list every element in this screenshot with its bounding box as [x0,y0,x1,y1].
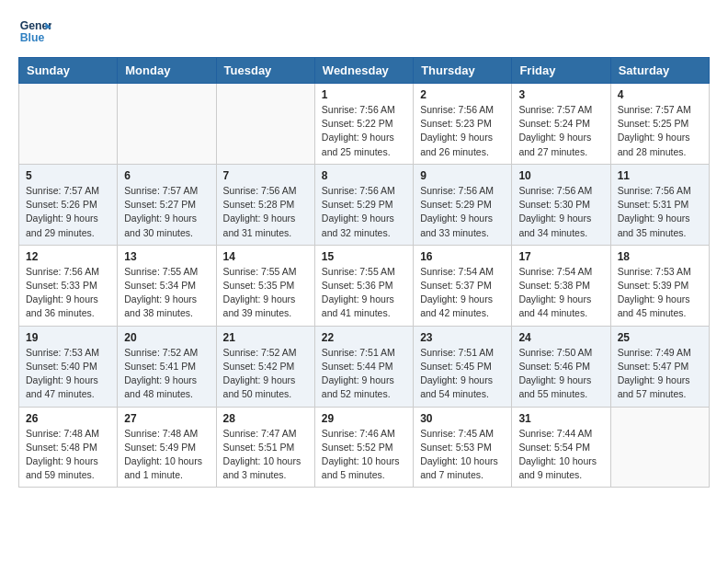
calendar-cell: 8Sunrise: 7:56 AM Sunset: 5:29 PM Daylig… [314,164,413,245]
calendar-cell: 25Sunrise: 7:49 AM Sunset: 5:47 PM Dayli… [610,326,709,407]
day-info: Sunrise: 7:53 AM Sunset: 5:40 PM Dayligh… [26,346,110,402]
calendar-week-row: 5Sunrise: 7:57 AM Sunset: 5:26 PM Daylig… [19,164,710,245]
calendar-week-row: 12Sunrise: 7:56 AM Sunset: 5:33 PM Dayli… [19,245,710,326]
day-number: 3 [518,88,603,101]
day-number: 11 [618,169,702,182]
day-info: Sunrise: 7:56 AM Sunset: 5:28 PM Dayligh… [223,184,308,240]
day-number: 26 [26,412,110,425]
day-info: Sunrise: 7:56 AM Sunset: 5:29 PM Dayligh… [420,184,505,240]
calendar-cell: 17Sunrise: 7:54 AM Sunset: 5:38 PM Dayli… [512,245,610,326]
calendar-header-row: SundayMondayTuesdayWednesdayThursdayFrid… [19,58,710,84]
calendar-cell: 6Sunrise: 7:57 AM Sunset: 5:27 PM Daylig… [118,164,216,245]
calendar-cell: 11Sunrise: 7:56 AM Sunset: 5:31 PM Dayli… [610,164,709,245]
calendar-cell: 18Sunrise: 7:53 AM Sunset: 5:39 PM Dayli… [610,245,709,326]
calendar-cell: 1Sunrise: 7:56 AM Sunset: 5:22 PM Daylig… [314,84,413,165]
day-number: 31 [518,412,603,425]
day-number: 6 [124,169,209,182]
day-number: 30 [420,412,505,425]
day-info: Sunrise: 7:55 AM Sunset: 5:35 PM Dayligh… [223,265,308,321]
day-number: 16 [420,250,505,263]
calendar-cell: 27Sunrise: 7:48 AM Sunset: 5:49 PM Dayli… [118,407,216,488]
day-number: 25 [618,331,702,344]
calendar-cell [216,84,314,165]
day-number: 12 [26,250,110,263]
calendar-week-row: 26Sunrise: 7:48 AM Sunset: 5:48 PM Dayli… [19,407,710,488]
day-info: Sunrise: 7:57 AM Sunset: 5:27 PM Dayligh… [124,184,209,240]
day-info: Sunrise: 7:57 AM Sunset: 5:25 PM Dayligh… [618,103,702,159]
day-info: Sunrise: 7:47 AM Sunset: 5:51 PM Dayligh… [223,427,308,483]
calendar-table: SundayMondayTuesdayWednesdayThursdayFrid… [18,57,710,488]
svg-text:Blue: Blue [20,31,45,44]
day-info: Sunrise: 7:57 AM Sunset: 5:26 PM Dayligh… [26,184,110,240]
day-info: Sunrise: 7:48 AM Sunset: 5:48 PM Dayligh… [26,427,110,483]
calendar-week-row: 19Sunrise: 7:53 AM Sunset: 5:40 PM Dayli… [19,326,710,407]
calendar-cell: 21Sunrise: 7:52 AM Sunset: 5:42 PM Dayli… [216,326,314,407]
calendar-cell: 26Sunrise: 7:48 AM Sunset: 5:48 PM Dayli… [19,407,118,488]
day-number: 8 [322,169,406,182]
day-number: 18 [618,250,702,263]
col-header-sunday: Sunday [19,58,118,84]
calendar-cell [19,84,118,165]
day-number: 20 [124,331,209,344]
header: General Blue [18,15,710,48]
calendar-cell: 4Sunrise: 7:57 AM Sunset: 5:25 PM Daylig… [610,84,709,165]
day-info: Sunrise: 7:53 AM Sunset: 5:39 PM Dayligh… [618,265,702,321]
day-number: 17 [518,250,603,263]
calendar-cell: 31Sunrise: 7:44 AM Sunset: 5:54 PM Dayli… [512,407,610,488]
day-info: Sunrise: 7:56 AM Sunset: 5:33 PM Dayligh… [26,265,110,321]
day-number: 15 [322,250,406,263]
day-number: 13 [124,250,209,263]
calendar-cell: 13Sunrise: 7:55 AM Sunset: 5:34 PM Dayli… [118,245,216,326]
day-info: Sunrise: 7:55 AM Sunset: 5:34 PM Dayligh… [124,265,209,321]
calendar-cell: 12Sunrise: 7:56 AM Sunset: 5:33 PM Dayli… [19,245,118,326]
day-info: Sunrise: 7:52 AM Sunset: 5:42 PM Dayligh… [223,346,308,402]
day-info: Sunrise: 7:54 AM Sunset: 5:38 PM Dayligh… [518,265,603,321]
calendar-cell: 24Sunrise: 7:50 AM Sunset: 5:46 PM Dayli… [512,326,610,407]
day-info: Sunrise: 7:55 AM Sunset: 5:36 PM Dayligh… [322,265,406,321]
calendar-cell: 20Sunrise: 7:52 AM Sunset: 5:41 PM Dayli… [118,326,216,407]
day-info: Sunrise: 7:50 AM Sunset: 5:46 PM Dayligh… [518,346,603,402]
col-header-monday: Monday [118,58,216,84]
calendar-week-row: 1Sunrise: 7:56 AM Sunset: 5:22 PM Daylig… [19,84,710,165]
calendar-cell: 28Sunrise: 7:47 AM Sunset: 5:51 PM Dayli… [216,407,314,488]
day-number: 28 [223,412,308,425]
col-header-thursday: Thursday [414,58,512,84]
day-number: 9 [420,169,505,182]
calendar-cell: 16Sunrise: 7:54 AM Sunset: 5:37 PM Dayli… [414,245,512,326]
day-number: 29 [322,412,406,425]
calendar-cell: 23Sunrise: 7:51 AM Sunset: 5:45 PM Dayli… [414,326,512,407]
day-number: 23 [420,331,505,344]
calendar-cell: 5Sunrise: 7:57 AM Sunset: 5:26 PM Daylig… [19,164,118,245]
calendar-cell: 14Sunrise: 7:55 AM Sunset: 5:35 PM Dayli… [216,245,314,326]
day-info: Sunrise: 7:51 AM Sunset: 5:44 PM Dayligh… [322,346,406,402]
calendar-cell: 9Sunrise: 7:56 AM Sunset: 5:29 PM Daylig… [414,164,512,245]
day-number: 2 [420,88,505,101]
day-info: Sunrise: 7:52 AM Sunset: 5:41 PM Dayligh… [124,346,209,402]
calendar-cell [610,407,709,488]
day-info: Sunrise: 7:56 AM Sunset: 5:22 PM Dayligh… [322,103,406,159]
day-info: Sunrise: 7:49 AM Sunset: 5:47 PM Dayligh… [618,346,702,402]
day-info: Sunrise: 7:57 AM Sunset: 5:24 PM Dayligh… [518,103,603,159]
calendar-cell: 3Sunrise: 7:57 AM Sunset: 5:24 PM Daylig… [512,84,610,165]
calendar-cell: 7Sunrise: 7:56 AM Sunset: 5:28 PM Daylig… [216,164,314,245]
logo-icon: General Blue [18,15,51,48]
day-number: 21 [223,331,308,344]
day-number: 19 [26,331,110,344]
calendar-cell: 22Sunrise: 7:51 AM Sunset: 5:44 PM Dayli… [314,326,413,407]
col-header-tuesday: Tuesday [216,58,314,84]
calendar-cell: 10Sunrise: 7:56 AM Sunset: 5:30 PM Dayli… [512,164,610,245]
day-number: 4 [618,88,702,101]
day-number: 5 [26,169,110,182]
day-info: Sunrise: 7:54 AM Sunset: 5:37 PM Dayligh… [420,265,505,321]
day-number: 22 [322,331,406,344]
page: General Blue SundayMondayTuesdayWednesda… [0,0,728,502]
day-info: Sunrise: 7:45 AM Sunset: 5:53 PM Dayligh… [420,427,505,483]
day-info: Sunrise: 7:44 AM Sunset: 5:54 PM Dayligh… [518,427,603,483]
calendar-cell [118,84,216,165]
calendar-cell: 29Sunrise: 7:46 AM Sunset: 5:52 PM Dayli… [314,407,413,488]
day-info: Sunrise: 7:56 AM Sunset: 5:23 PM Dayligh… [420,103,505,159]
day-number: 7 [223,169,308,182]
calendar-cell: 19Sunrise: 7:53 AM Sunset: 5:40 PM Dayli… [19,326,118,407]
logo: General Blue [18,15,51,48]
day-number: 27 [124,412,209,425]
